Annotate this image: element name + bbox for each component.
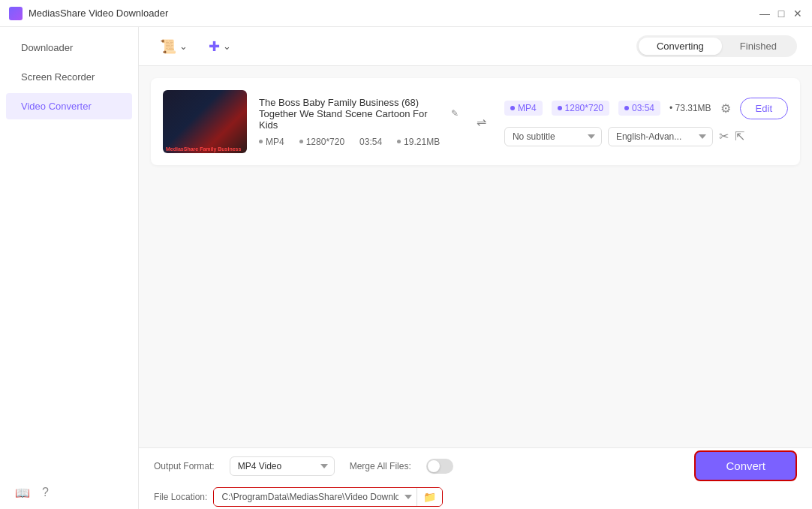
add-url-icon: ✚ (209, 38, 220, 55)
video-title-row: The Boss Baby Family Business (68) Toget… (259, 97, 459, 131)
tab-converting[interactable]: Converting (639, 38, 722, 55)
main-layout: Downloader Screen Recorder Video Convert… (0, 27, 812, 509)
convert-button[interactable]: Convert (694, 450, 797, 481)
video-thumbnail: MediasShare Family Business (163, 90, 247, 153)
format-dot (259, 140, 263, 143)
format-select[interactable]: MP4 Video (230, 456, 335, 476)
toggle-knob (428, 460, 440, 472)
cut-icon[interactable]: ✂ (719, 129, 729, 143)
output-format-badge: MP4 (504, 101, 543, 116)
output-settings: MP4 1280*720 03:54 • 73.31MB (504, 98, 788, 146)
title-edit-icon[interactable]: ✎ (451, 108, 459, 119)
output-dur-dot (624, 106, 629, 110)
output-size-val: • 73.31MB (669, 103, 711, 113)
file-location-box: C:\ProgramData\MediasShare\Video Downloa… (213, 487, 443, 507)
output-row2: No subtitle English-Advan... ✂ ⇱ (504, 127, 788, 146)
help-icon[interactable]: ? (42, 486, 49, 500)
content-area: 📜 ⌄ ✚ ⌄ Converting Finished MediasShare … (139, 27, 812, 509)
settings-gear-icon[interactable]: ⚙ (720, 101, 731, 116)
folder-button[interactable]: 📁 (417, 488, 442, 506)
subtitle-select[interactable]: No subtitle (504, 127, 602, 146)
source-format: MP4 (259, 137, 284, 147)
tab-group: Converting Finished (636, 35, 797, 57)
video-card: MediasShare Family Business The Boss Bab… (151, 78, 800, 165)
minimize-button[interactable]: — (759, 8, 770, 19)
sidebar-item-video-converter[interactable]: Video Converter (6, 93, 132, 119)
add-file-button[interactable]: 📜 ⌄ (154, 34, 194, 59)
thumbnail-image: MediasShare Family Business (163, 90, 247, 153)
resolution-dot (299, 140, 303, 143)
source-size: 19.21MB (397, 137, 440, 147)
output-res-dot (558, 106, 562, 110)
file-location-label: File Location: (154, 492, 207, 502)
add-url-chevron[interactable]: ⌄ (223, 41, 231, 52)
app-title: MediasShare Video Downloader (29, 8, 168, 19)
source-resolution: 1280*720 (299, 137, 344, 147)
output-resolution-badge: 1280*720 (552, 101, 609, 116)
video-title-text: The Boss Baby Family Business (68) Toget… (259, 97, 447, 131)
size-dot (397, 140, 401, 143)
sidebar: Downloader Screen Recorder Video Convert… (0, 27, 139, 509)
thumbnail-watermark: MediasShare Family Business (163, 145, 244, 153)
video-list: MediasShare Family Business The Boss Bab… (139, 66, 812, 447)
title-bar: MediasShare Video Downloader — □ ✕ (0, 0, 812, 27)
add-file-icon: 📜 (160, 38, 176, 55)
sidebar-nav: Downloader Screen Recorder Video Convert… (0, 33, 138, 121)
sidebar-item-downloader[interactable]: Downloader (6, 35, 132, 61)
bottom-row1: Output Format: MP4 Video Merge All Files… (154, 450, 797, 481)
merge-toggle[interactable] (426, 459, 453, 474)
add-url-button[interactable]: ✚ ⌄ (203, 34, 237, 59)
output-format-dot (510, 106, 515, 110)
title-bar-controls: — □ ✕ (759, 8, 803, 19)
bottom-bar: Output Format: MP4 Video Merge All Files… (139, 447, 812, 509)
output-size-dot: • (669, 103, 675, 113)
sidebar-item-screen-recorder[interactable]: Screen Recorder (6, 64, 132, 90)
output-format-label: Output Format: (154, 461, 215, 471)
file-path-select[interactable]: C:\ProgramData\MediasShare\Video Downloa (214, 489, 417, 505)
shuffle-icon[interactable]: ⇌ (477, 115, 486, 129)
video-info-left: The Boss Baby Family Business (68) Toget… (259, 97, 459, 147)
close-button[interactable]: ✕ (792, 8, 803, 19)
app-icon (9, 7, 23, 20)
add-file-chevron[interactable]: ⌄ (179, 41, 188, 52)
bottom-row2: File Location: C:\ProgramData\MediasShar… (154, 487, 797, 507)
maximize-button[interactable]: □ (776, 8, 786, 19)
output-row1: MP4 1280*720 03:54 • 73.31MB (504, 98, 788, 119)
book-icon[interactable]: 📖 (15, 486, 30, 500)
crop-icon[interactable]: ⇱ (735, 129, 744, 143)
video-meta: MP4 1280*720 03:54 19.21MB (259, 137, 459, 147)
source-duration: 03:54 (359, 137, 382, 147)
language-select[interactable]: English-Advan... (608, 127, 713, 146)
toolbar: 📜 ⌄ ✚ ⌄ Converting Finished (139, 27, 812, 66)
output-duration-badge: 03:54 (618, 101, 660, 116)
tab-finished[interactable]: Finished (722, 38, 795, 55)
title-bar-left: MediasShare Video Downloader (9, 7, 168, 20)
sidebar-bottom: 📖 ? (0, 477, 138, 509)
edit-button[interactable]: Edit (740, 98, 788, 119)
merge-label: Merge All Files: (350, 461, 411, 471)
